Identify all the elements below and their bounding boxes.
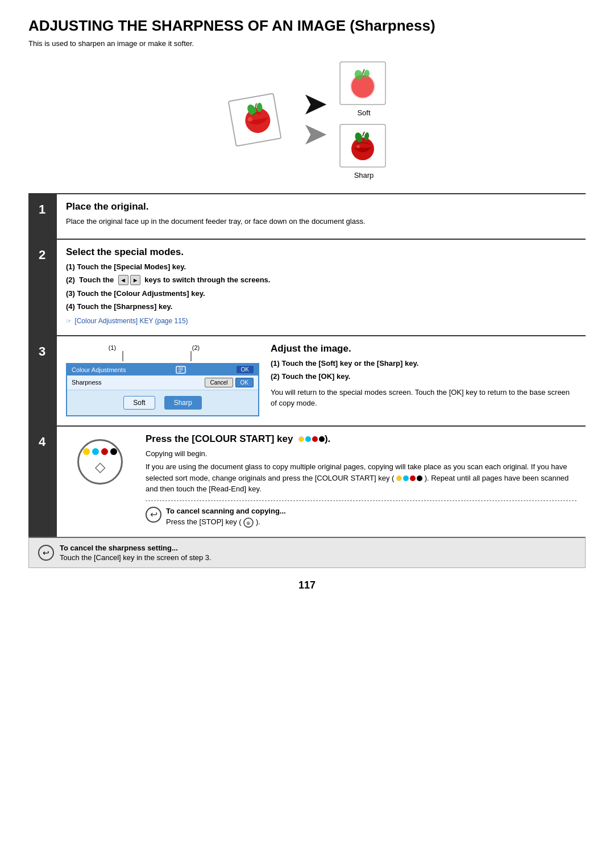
- bottom-note-title: To cancel the sharpness setting...: [60, 544, 211, 552]
- b2-dot-c: [403, 475, 409, 481]
- colour-start-icon: ◇: [77, 439, 123, 485]
- original-apple-svg: [226, 91, 289, 148]
- step-1-body: Place the original face up in the docume…: [66, 216, 576, 227]
- step-2-body: (1) Touch the [Special Modes] key. (2) T…: [66, 261, 576, 326]
- arrow-up: ➤: [303, 92, 326, 116]
- sharp-result: Sharp: [337, 122, 391, 180]
- step-3-layout: (1) (2) Colour Adjustments OK: [66, 343, 576, 416]
- step-2-list: (1) Touch the [Special Modes] key. (2) T…: [66, 261, 576, 312]
- callout-labels: (1) (2): [66, 343, 259, 351]
- svg-point-14: [356, 145, 360, 148]
- key-left: ◄: [118, 275, 128, 285]
- screen-mockup: Colour Adjustments OK Sharpness Cancel O…: [66, 363, 259, 416]
- step-1-content: Place the original. Place the original f…: [56, 194, 586, 239]
- dot-yellow: [83, 448, 90, 455]
- stop-arrow-symbol: ↩: [150, 508, 157, 521]
- ref-icon: ☞: [66, 316, 72, 326]
- dot-black: [110, 448, 117, 455]
- step-3-instructions: Adjust the image. (1) Touch the [Soft] k…: [271, 343, 576, 411]
- step-4-layout: ◇ Press the [COLOUR START] key ).: [66, 433, 576, 528]
- sharpness-row-label: Sharpness: [72, 379, 205, 386]
- screen-header: Colour Adjustments OK: [67, 364, 258, 375]
- title-dots-inline: [298, 436, 325, 442]
- title-dot-y: [298, 436, 304, 442]
- step-2-section: 2 Select the special modes. (1) Touch th…: [28, 239, 586, 335]
- bottom-note-icon: ↩: [38, 545, 54, 561]
- step-3-body2: You will return to the special modes scr…: [271, 387, 576, 409]
- ok-btn[interactable]: OK: [235, 378, 254, 387]
- step-3-screen: (1) (2) Colour Adjustments OK: [66, 343, 259, 416]
- step-4-body: Copying will begin. If you are using the…: [146, 448, 576, 528]
- svg-text:⊗: ⊗: [246, 520, 251, 526]
- step-3-list: (1) Touch the [Soft] key or the [Sharp] …: [271, 358, 576, 382]
- soft-button[interactable]: Soft: [123, 396, 155, 410]
- sharpness-row-btns: Cancel OK: [205, 378, 254, 387]
- step-3-body: (1) Touch the [Soft] key or the [Sharp] …: [271, 358, 576, 409]
- callout-1: (1): [109, 344, 116, 351]
- step-3-title: Adjust the image.: [271, 343, 576, 354]
- step-3-section: 3 (1) (2) Colour Adjustments: [28, 335, 586, 425]
- sharp-apple-svg: [337, 122, 391, 170]
- subtitle: This is used to sharpen an image or make…: [28, 39, 586, 48]
- bottom-note-body: Touch the [Cancel] key in the screen of …: [60, 553, 211, 562]
- arrows-column: ➤ ➤: [303, 92, 326, 147]
- title-dot-r: [312, 436, 318, 442]
- soft-sharp-row: Soft Sharp: [67, 390, 258, 415]
- soft-label: Soft: [357, 108, 370, 117]
- colour-dots: [83, 448, 117, 455]
- dot-cyan: [92, 448, 99, 455]
- callout-2: (2): [192, 344, 200, 351]
- b2-dot-k: [417, 475, 422, 481]
- step-1-section: 1 Place the original. Place the original…: [28, 193, 586, 239]
- step-3-content: (1) (2) Colour Adjustments OK: [56, 336, 586, 425]
- sharp-button[interactable]: Sharp: [164, 396, 202, 410]
- b2-dot-r: [410, 475, 416, 481]
- step-1-body-text: Place the original face up in the docume…: [66, 216, 576, 227]
- step-4-title-dots: ).: [296, 433, 330, 444]
- arrow-down: ➤: [303, 122, 326, 147]
- stop-circle-inline: ⊗: [243, 518, 254, 528]
- diagram-area: ➤ ➤ Soft: [28, 59, 586, 180]
- title-dot-k: [319, 436, 325, 442]
- bottom-note-text: To cancel the sharpness setting... Touch…: [60, 544, 211, 562]
- step-2-item-2: (2) Touch the ◄ ► keys to switch through…: [66, 274, 576, 286]
- bottom-note: ↩ To cancel the sharpness setting... Tou…: [28, 537, 586, 568]
- sharp-label: Sharp: [354, 171, 374, 180]
- cancel-note-text: To cancel scanning and copying... Press …: [166, 506, 286, 528]
- step-2-item-2-text: (2) Touch the: [66, 276, 116, 284]
- step-2-item-4: (4) Touch the [Sharpness] key.: [66, 301, 576, 312]
- step-4-number: 4: [28, 427, 56, 537]
- bottom-note-stop-symbol: ↩: [43, 548, 49, 557]
- step-4-title: Press the [COLOUR START] key ).: [146, 433, 576, 445]
- step-1-title: Place the original.: [66, 201, 576, 212]
- soft-result: Soft: [337, 59, 391, 117]
- title-dot-c: [305, 436, 311, 442]
- cancel-note: ↩ To cancel scanning and copying... Pres…: [146, 500, 576, 528]
- diamond-icon: ◇: [95, 459, 105, 475]
- settings-icon: [176, 366, 186, 374]
- step-3-item-2: (2) Touch the [OK] key.: [271, 371, 576, 382]
- stop-icon: ↩: [146, 507, 161, 523]
- cancel-body: Press the [STOP] key ( ⊗ ).: [166, 518, 260, 526]
- step-2-content: Select the special modes. (1) Touch the …: [56, 240, 586, 335]
- step-3-number: 3: [28, 336, 56, 425]
- dot-red: [101, 448, 108, 455]
- key-right: ►: [130, 275, 140, 285]
- step-3-item-1: (1) Touch the [Soft] key or the [Sharp] …: [271, 358, 576, 369]
- step-1-number: 1: [28, 194, 56, 239]
- svg-point-7: [350, 74, 375, 99]
- step-4-icon-col: ◇: [66, 433, 134, 485]
- screen-header-ok-btn[interactable]: OK: [237, 366, 254, 373]
- results-column: Soft Sharp: [337, 59, 391, 180]
- cancel-btn[interactable]: Cancel: [205, 378, 233, 387]
- soft-apple-svg: [337, 59, 391, 107]
- b2-dot-y: [396, 475, 402, 481]
- original-apple: [223, 88, 292, 151]
- step-4-body2: If you are using the document glass to c…: [146, 461, 576, 495]
- step-2-item-2-suffix: keys to switch through the screens.: [143, 276, 271, 284]
- step-4-section: 4 ◇: [28, 425, 586, 537]
- sharpness-row: Sharpness Cancel OK: [67, 375, 258, 390]
- page-title: ADJUSTING THE SHARPNESS OF AN IMAGE (Sha…: [28, 17, 586, 35]
- body2-dots: [396, 475, 422, 481]
- step-4-content: ◇ Press the [COLOUR START] key ).: [56, 427, 586, 537]
